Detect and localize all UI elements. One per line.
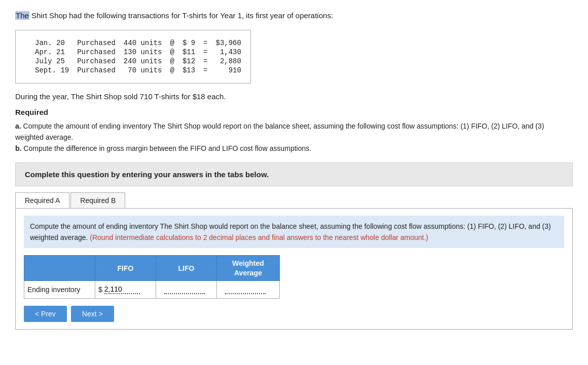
during-text: During the year, The Shirt Shop sold 710… (15, 92, 573, 101)
transactions-table: Jan. 20 Purchased 440 units @ $ 9 = $3,9… (31, 38, 245, 75)
requirements-text: a. Compute the amount of ending inventor… (15, 120, 573, 154)
answer-table: FIFO LIFO WeightedAverage Ending invento… (24, 255, 280, 298)
part-b-text: Compute the difference in gross margin b… (21, 144, 311, 152)
complete-box-text: Complete this question by entering your … (25, 170, 269, 179)
tx-at: @ (166, 38, 178, 48)
prev-button[interactable]: < Prev (24, 306, 67, 322)
weighted-input[interactable] (225, 285, 266, 294)
tx-units: 440 units (120, 38, 166, 48)
transaction-row: Jan. 20 Purchased 440 units @ $ 9 = $3,9… (31, 38, 245, 48)
col-header-weighted: WeightedAverage (217, 256, 280, 280)
part-b-bold: b. (15, 144, 21, 152)
col-header-lifo: LIFO (156, 256, 217, 280)
tab-a-description: Compute the amount of ending inventory T… (24, 216, 564, 249)
tabs-row: Required A Required B (15, 192, 573, 209)
tx-price: $13 (178, 66, 199, 75)
next-button[interactable]: Next > (71, 306, 114, 322)
tx-at: @ (166, 57, 178, 66)
tx-eq: = (199, 57, 211, 66)
tab-required-b[interactable]: Required B (70, 192, 125, 208)
intro-text: Shirt Shop had the following transaction… (29, 11, 333, 20)
tx-total: 910 (212, 66, 245, 75)
tx-units: 70 units (120, 66, 166, 75)
transaction-row: July 25 Purchased 240 units @ $12 = 2,88… (31, 57, 245, 66)
tx-total: $3,960 (212, 38, 245, 48)
tab-required-a[interactable]: Required A (15, 192, 69, 208)
lifo-input-cell[interactable] (156, 280, 217, 298)
tx-eq: = (199, 66, 211, 75)
tx-date: Jan. 20 (31, 38, 73, 48)
required-label: Required (15, 108, 573, 116)
tx-date: July 25 (31, 57, 73, 66)
highlight-the: The (15, 11, 29, 20)
transaction-row: Apr. 21 Purchased 130 units @ $11 = 1,43… (31, 48, 245, 57)
tx-action: Purchased (73, 48, 120, 57)
col-header-empty (24, 256, 95, 280)
col-header-fifo: FIFO (95, 256, 156, 280)
row-label-ending-inventory: Ending inventory (24, 280, 95, 298)
tx-date: Apr. 21 (31, 48, 73, 57)
tab-required-a-label: Required A (25, 196, 60, 205)
tab-a-description-red: (Round intermediate calculations to 2 de… (90, 233, 428, 241)
tx-at: @ (166, 48, 178, 57)
tx-units: 240 units (120, 57, 166, 66)
weighted-input-wrapper (222, 283, 274, 296)
fifo-dollar-sign: $ (98, 286, 102, 294)
lifo-input[interactable] (164, 285, 205, 294)
nav-buttons: < Prev Next > (24, 306, 564, 329)
tab-content-required-a: Compute the amount of ending inventory T… (15, 209, 573, 330)
tx-units: 130 units (120, 48, 166, 57)
tx-at: @ (166, 66, 178, 75)
tx-action: Purchased (73, 66, 120, 75)
transaction-row: Sept. 19 Purchased 70 units @ $13 = 910 (31, 66, 245, 75)
tx-action: Purchased (73, 57, 120, 66)
tx-price: $ 9 (178, 38, 199, 48)
tx-total: 2,880 (212, 57, 245, 66)
part-a-text: Compute the amount of ending inventory T… (15, 122, 544, 141)
fifo-input-cell[interactable]: $ (95, 280, 156, 298)
complete-question-box: Complete this question by entering your … (15, 163, 573, 186)
tx-action: Purchased (73, 38, 120, 48)
tx-total: 1,430 (212, 48, 245, 57)
lifo-input-wrapper (161, 283, 211, 296)
table-row: Ending inventory $ (24, 280, 280, 298)
tx-eq: = (199, 38, 211, 48)
tx-eq: = (199, 48, 211, 57)
weighted-input-cell[interactable] (217, 280, 280, 298)
transactions-box: Jan. 20 Purchased 440 units @ $ 9 = $3,9… (15, 30, 251, 84)
tx-price: $11 (178, 48, 199, 57)
fifo-input-wrapper: $ (95, 283, 156, 296)
tab-required-b-label: Required B (80, 196, 116, 205)
intro-paragraph: The Shirt Shop had the following transac… (15, 10, 573, 22)
part-a-bold: a. (15, 122, 21, 130)
tx-price: $12 (178, 57, 199, 66)
fifo-input[interactable] (104, 285, 140, 294)
answer-table-wrapper: FIFO LIFO WeightedAverage Ending invento… (24, 255, 564, 298)
tx-date: Sept. 19 (31, 66, 73, 75)
